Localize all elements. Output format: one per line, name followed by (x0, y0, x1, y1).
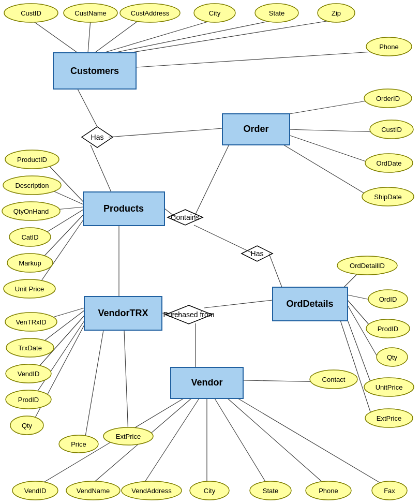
svg-line-23 (269, 254, 282, 287)
attr-contact-label: Contact (322, 376, 346, 383)
attr-qtyonhand-label: QtyOnHand (13, 207, 49, 215)
entity-products-label: Products (103, 203, 144, 214)
attr-orddate-label: OrdDate (376, 159, 401, 167)
attr-trxdate-label: TrxDate (18, 344, 42, 352)
attr-shipdate-label: ShipDate (374, 193, 401, 201)
attr-ordid-label: OrdID (379, 295, 397, 303)
attr-state-vn-label: State (263, 487, 278, 495)
entity-order-label: Order (243, 124, 268, 134)
attr-custid-o-label: CustID (381, 126, 402, 134)
attr-vendaddress-label: VendAddress (131, 487, 172, 495)
attr-phone-vn-label: Phone (319, 487, 338, 495)
attr-zip-label: Zip (332, 9, 341, 17)
entity-vendor-label: Vendor (191, 377, 222, 388)
entity-orddetails-label: OrdDetails (286, 299, 333, 309)
attr-unitprice-od-label: UnitPrice (376, 383, 403, 391)
svg-line-37 (32, 321, 84, 399)
attr-vendid-label: VendID (24, 487, 47, 495)
svg-line-13 (91, 145, 111, 192)
attr-vendname-label: VendName (77, 487, 110, 495)
attr-custname-label: CustName (74, 9, 106, 17)
svg-line-41 (35, 398, 184, 487)
attr-description-label: Description (15, 182, 49, 189)
attr-fax-label: Fax (384, 487, 395, 495)
svg-line-12 (279, 142, 372, 198)
svg-line-5 (129, 20, 336, 53)
attr-vendid-v-label: VendID (18, 370, 40, 378)
svg-line-10 (287, 129, 378, 132)
svg-line-2 (95, 20, 140, 53)
attr-qty-od-label: Qty (387, 353, 398, 361)
svg-line-1 (88, 20, 91, 53)
er-diagram: Customers Order Products VendorTRX OrdDe… (0, 0, 420, 504)
rel-contains-label: Contains (171, 213, 199, 221)
attr-extprice-od-label: ExtPrice (377, 414, 401, 422)
attr-state-c-label: State (269, 9, 284, 17)
svg-line-21 (194, 142, 230, 217)
svg-line-22 (194, 225, 253, 254)
attr-qty-v-label: Qty (22, 422, 33, 429)
svg-line-43 (141, 398, 199, 487)
attr-city-c-label: City (209, 9, 221, 17)
attr-city-vn-label: City (204, 487, 216, 495)
svg-line-40 (124, 330, 128, 435)
attr-prodid-v-label: ProdID (18, 396, 39, 404)
attr-orddetailid-label: OrdDetailID (350, 262, 385, 270)
rel-has1-label: Has (91, 133, 104, 141)
svg-line-8 (109, 128, 222, 137)
rel-purchased-label: Purchased from (163, 310, 215, 319)
attr-markup-label: Markup (19, 259, 41, 267)
attr-catid-label: CatID (21, 233, 38, 241)
attr-orderid-label: OrderID (376, 95, 400, 102)
attr-unitprice-label: Unit Price (15, 285, 44, 293)
attr-custaddress-label: CustAddress (131, 9, 170, 17)
entity-customers-label: Customers (70, 66, 119, 76)
attr-custid-label: CustID (21, 9, 41, 17)
attr-productid-label: ProductID (17, 156, 47, 164)
entity-vendortrx-label: VendorTRX (98, 308, 148, 318)
attr-ventrxid-label: VenTRxID (16, 318, 46, 326)
attr-prodid-od-label: ProdID (378, 325, 398, 333)
rel-has2-label: Has (251, 249, 264, 258)
svg-line-11 (287, 135, 375, 165)
svg-line-39 (84, 330, 103, 442)
svg-line-7 (78, 89, 97, 127)
attr-price-label: Price (71, 440, 86, 448)
svg-line-32 (204, 300, 273, 308)
attr-extprice-v-label: ExtPrice (116, 433, 141, 440)
svg-line-6 (136, 52, 372, 67)
attr-phone-c-label: Phone (379, 43, 399, 51)
svg-line-0 (31, 20, 78, 53)
svg-line-4 (114, 20, 277, 53)
